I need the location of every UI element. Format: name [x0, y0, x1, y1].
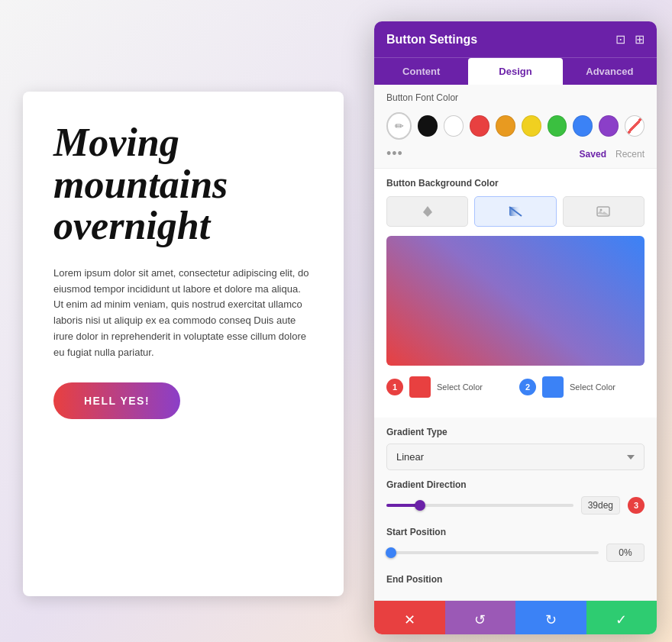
font-color-label: Button Font Color [374, 85, 657, 108]
cta-button[interactable]: HELL YES! [53, 382, 180, 419]
color-num-1[interactable]: 1 [386, 379, 403, 395]
bg-type-solid[interactable] [386, 196, 468, 227]
swatch-blue[interactable] [573, 115, 593, 137]
saved-recent-links: Saved Recent [580, 149, 645, 160]
gradient-type-select[interactable]: Linear [386, 444, 645, 470]
swatch-red[interactable] [470, 115, 489, 137]
start-position-label: Start Position [386, 527, 645, 537]
columns-icon[interactable]: ⊞ [635, 32, 645, 47]
gradient-direction-track[interactable] [386, 504, 573, 507]
swatch-orange[interactable] [496, 115, 515, 137]
panel-header: Button Settings ⊡ ⊞ [374, 21, 657, 57]
start-position-section: Start Position 0% [374, 527, 657, 574]
reset-direction-badge[interactable]: 3 [628, 497, 645, 514]
recent-link[interactable]: Recent [615, 149, 645, 160]
color-swatch-1[interactable] [409, 376, 431, 398]
select-color-label-2[interactable]: Select Color [570, 382, 615, 392]
swatch-black[interactable] [418, 115, 438, 137]
tab-design[interactable]: Design [468, 58, 562, 85]
end-position-label: End Position [386, 574, 645, 585]
saved-recent-row: ••• Saved Recent [374, 143, 657, 168]
gradient-preview [386, 236, 645, 366]
panel-header-icons: ⊡ ⊞ [615, 32, 645, 47]
bg-type-row [386, 196, 645, 227]
swatch-purple[interactable] [599, 115, 619, 137]
color-sel-group-1: 1 Select Color [386, 376, 512, 398]
swatch-white[interactable] [444, 115, 464, 137]
gradient-icon [509, 205, 522, 218]
bg-type-gradient[interactable] [474, 196, 556, 227]
gradient-direction-label: Gradient Direction [386, 479, 645, 490]
fill-icon [421, 205, 435, 218]
panel-toolbar: ✕ ↺ ↻ ✓ [374, 600, 657, 634]
color-swatch-2[interactable] [542, 376, 564, 398]
reset-button[interactable]: ↺ [445, 601, 516, 634]
bg-color-label: Button Background Color [386, 178, 645, 189]
cancel-button[interactable]: ✕ [374, 601, 445, 634]
settings-panel: Button Settings ⊡ ⊞ Content Design Advan… [374, 21, 657, 634]
color-eyedropper-btn[interactable]: ✏ [386, 112, 412, 140]
redo-button[interactable]: ↻ [515, 601, 586, 634]
color-num-2[interactable]: 2 [519, 379, 536, 395]
confirm-button[interactable]: ✓ [586, 601, 657, 634]
select-color-label-1[interactable]: Select Color [437, 382, 483, 392]
panel-body: Button Font Color ✏ ••• Saved Recent But… [374, 85, 657, 634]
resize-icon[interactable]: ⊡ [615, 32, 625, 47]
page-body: Lorem ipsum dolor sit amet, consectetur … [53, 266, 313, 361]
saved-link[interactable]: Saved [580, 149, 606, 160]
gradient-direction-section: Gradient Direction 39deg 3 [374, 479, 657, 527]
start-position-value: 0% [606, 544, 645, 562]
tab-content[interactable]: Content [374, 58, 468, 85]
swatch-yellow[interactable] [522, 115, 541, 137]
swatch-green[interactable] [548, 115, 567, 137]
bg-type-image[interactable] [563, 196, 645, 227]
tab-advanced[interactable]: Advanced [563, 58, 657, 85]
color-swatches-row: ✏ [374, 108, 657, 143]
gradient-direction-row: 39deg 3 [386, 496, 645, 515]
start-position-thumb[interactable] [386, 547, 396, 558]
gradient-type-section: Gradient Type Linear [374, 418, 657, 479]
start-position-track[interactable] [386, 551, 599, 554]
image-icon [596, 205, 610, 218]
gradient-type-label: Gradient Type [386, 427, 645, 437]
color-sel-group-2: 2 Select Color [519, 376, 645, 398]
page-canvas: Moving mountains overnight Lorem ipsum d… [23, 92, 344, 596]
more-icon[interactable]: ••• [386, 146, 403, 162]
color-selector-row: 1 Select Color 2 Select Color [386, 376, 645, 398]
swatch-none[interactable] [625, 115, 645, 137]
end-position-section: End Position [374, 574, 657, 600]
page-heading: Moving mountains overnight [53, 122, 313, 247]
start-position-row: 0% [386, 544, 645, 562]
gradient-direction-thumb[interactable] [415, 500, 425, 511]
panel-tabs: Content Design Advanced [374, 57, 657, 85]
bg-color-section: Button Background Color [374, 168, 657, 418]
gradient-direction-value: 39deg [581, 496, 620, 515]
panel-title: Button Settings [386, 33, 477, 47]
